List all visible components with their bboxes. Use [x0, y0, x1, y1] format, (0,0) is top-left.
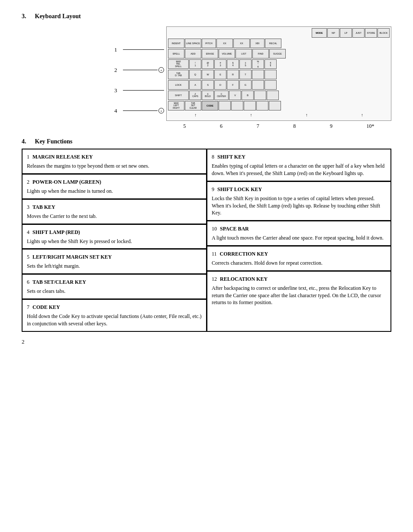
- key-sp1: [219, 101, 231, 110]
- arrow-up2: ↑: [249, 112, 253, 118]
- key-f: F: [227, 80, 239, 90]
- bottom-num-8: 8: [293, 123, 296, 130]
- bottom-num-5: 5: [183, 123, 186, 130]
- key-block: BLOCK: [378, 28, 390, 38]
- row-indent: INDENT LINE SPACE PITCH XX XX XBI RECAL: [168, 39, 390, 48]
- key-desc-1: Releases the margins to type beyond them…: [27, 162, 202, 170]
- key-d: D: [214, 80, 226, 90]
- key-title-12: RELOCATION KEY: [220, 276, 268, 282]
- page-number: 2: [22, 338, 391, 345]
- key-r: R: [227, 70, 239, 79]
- bottom-num-7: 7: [257, 123, 259, 130]
- key-desc-11: Corrects characters. Hold down for repea…: [212, 260, 386, 267]
- bottom-num-10: 10*: [367, 123, 374, 130]
- key-cell-7: 7 CODE KEY Hold down the Code Key to act…: [22, 299, 206, 331]
- label-row-1: 1: [114, 46, 164, 53]
- key-store: STORE: [365, 28, 377, 38]
- key-title-7: CODE KEY: [32, 304, 60, 310]
- label-num-4: 4: [114, 107, 123, 114]
- line-1: [123, 49, 164, 50]
- key-q: Q: [189, 70, 201, 79]
- key-lock: LOCK: [168, 80, 189, 90]
- key-title-8: SHIFT KEY: [217, 154, 245, 160]
- label-num-2: 2: [114, 67, 123, 74]
- key-code: CODE: [202, 101, 218, 110]
- key-title-6: TAB SET/CLEAR KEY: [32, 279, 86, 285]
- key-placeholder2: [265, 70, 277, 79]
- key-find: FIND: [252, 49, 269, 58]
- key-shift: SHIFT: [168, 91, 189, 100]
- line-2: [123, 70, 158, 70]
- key-w: W: [202, 70, 214, 79]
- label-row-4: 4 +: [114, 107, 164, 114]
- bottom-numbers: 5 6 7 8 9 10*: [166, 123, 391, 130]
- row-spell: SPELL ADD ERASE VOLUME LIST FIND SUGGE: [168, 49, 390, 58]
- key-5: ‡5: [239, 59, 252, 69]
- key-cell-12: 12 RELOCATION KEY After backspacing to c…: [207, 271, 391, 331]
- key-b: B: [242, 91, 254, 100]
- key-1: !1: [189, 59, 201, 69]
- key-3: #3: [214, 59, 226, 69]
- key-desc-8: Enables typing of capital letters or a c…: [212, 162, 386, 177]
- key-sp2: [231, 101, 243, 110]
- row-arrows: ↑ ↑ ↑ ↑: [168, 112, 390, 118]
- key-erase: ERASE: [202, 49, 218, 58]
- key-num-12: 12: [212, 276, 217, 282]
- section4-title: Key Functions: [35, 138, 73, 145]
- key-placeholder3: [252, 80, 264, 90]
- keyboard-with-labels: 1 2 + 3 4 + MODE NP: [114, 26, 391, 130]
- key-title-11: CORRECTION KEY: [220, 251, 268, 257]
- key-desc-2: Lights up when the machine is turned on.: [27, 188, 202, 195]
- key-list: LIST: [236, 49, 252, 58]
- key-cell-10: 10 SPACE BAR A light touch moves the Car…: [207, 221, 391, 246]
- key-c: CCENTER: [214, 91, 229, 100]
- left-side-labels: 1 2 + 3 4 +: [114, 26, 164, 130]
- key-title-1: MARGIN RELEASE KEY: [32, 154, 93, 160]
- row-numbers: MARRELSPELL !1 @2 #3 §4 ‡5 %°6 €¶: [168, 59, 390, 69]
- arrow-up1: ↑: [194, 112, 197, 118]
- key-sugge: SUGGE: [269, 49, 286, 58]
- key-num-11: 11: [212, 251, 217, 257]
- key-desc-10: A light touch moves the Carrier ahead on…: [212, 234, 386, 242]
- key-e: E: [214, 70, 226, 79]
- row-bottom: MARLEFTRIGHT TABSETCLEAR CODE: [168, 101, 390, 110]
- label-num-3: 3: [114, 87, 123, 94]
- key-title-4: SHIFT LAMP (RED): [32, 229, 80, 235]
- key-title-3: TAB KEY: [32, 204, 55, 210]
- key-g: G: [239, 80, 252, 90]
- key-lp: LP: [340, 28, 352, 38]
- bottom-num-6: 6: [220, 123, 223, 130]
- key-6: %°6: [252, 59, 264, 69]
- key-cell-3: 3 TAB KEY Moves the Carrier to the next …: [22, 199, 206, 224]
- key-recal: RECAL: [265, 39, 281, 48]
- row-shift: SHIFT ZCAPS XBOLD CCENTER V B: [168, 91, 390, 100]
- key-title-9: SHIFT LOCK KEY: [217, 186, 262, 192]
- key-placeholder1: [252, 70, 264, 79]
- key-just: JUST: [352, 28, 365, 38]
- key-z: ZCAPS: [189, 91, 201, 100]
- key-4: §4: [227, 59, 239, 69]
- key-title-2: POWER-ON LAMP (GREEN): [32, 179, 101, 185]
- key-num-9: 9: [212, 186, 214, 192]
- key-cell-9: 9 SHIFT LOCK KEY Locks the Shift Key in …: [207, 182, 391, 221]
- key-num-7: 7: [27, 304, 29, 310]
- key-xx2: XX: [233, 39, 250, 48]
- key-cell-5: 5 LEFT/RIGHT MARGIN SET KEY Sets the lef…: [22, 249, 206, 274]
- key-desc-7: Hold down the Code Key to activate speci…: [27, 313, 202, 328]
- key-desc-9: Locks the Shift Key in position to type …: [212, 195, 386, 217]
- key-sp3: [244, 101, 256, 110]
- keyboard-box: MODE NP LP JUST STORE BLOCK INDENT LINE …: [166, 26, 391, 121]
- keyboard-diagram-section: 1 2 + 3 4 + MODE NP: [22, 26, 391, 130]
- key-desc-12: After backspacing to correct or underlin…: [212, 285, 386, 306]
- key-backtick: €¶: [265, 59, 277, 69]
- key-placeholder5: [254, 91, 266, 100]
- key-num-10: 10: [212, 226, 217, 232]
- key-functions-left-col: 1 MARGIN RELEASE KEY Releases the margin…: [22, 149, 206, 331]
- key-num-3: 3: [27, 204, 29, 210]
- key-mar-leftright: MARLEFTRIGHT: [168, 101, 184, 110]
- section3-title: Keyboard Layout: [35, 13, 81, 20]
- key-functions-right-col: 8 SHIFT KEY Enables typing of capital le…: [206, 149, 391, 331]
- key-desc-5: Sets the left/right margin.: [27, 263, 202, 270]
- key-indent: INDENT: [168, 39, 184, 48]
- row-qwerty: TABD. TAB Q W E R T: [168, 70, 390, 79]
